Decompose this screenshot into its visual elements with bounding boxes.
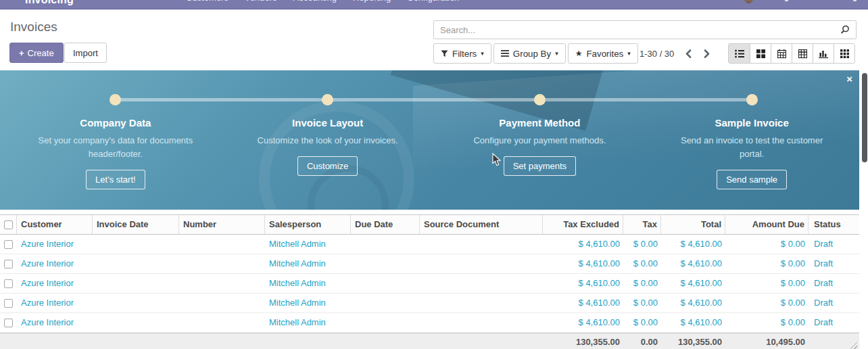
cell-total[interactable]: $ 4,610.00: [661, 235, 725, 254]
cell-amount-due[interactable]: $ 0.00: [725, 235, 809, 254]
cell-due-date[interactable]: [351, 274, 420, 293]
cell-salesperson[interactable]: Mitchell Admin: [265, 294, 351, 312]
create-button[interactable]: + Create: [9, 43, 64, 63]
column-header-total[interactable]: Total: [661, 215, 725, 234]
cell-invoice-date[interactable]: [93, 274, 179, 293]
cell-customer[interactable]: Azure Interior: [17, 274, 93, 293]
cell-source-document[interactable]: [420, 274, 543, 293]
cell-amount-due[interactable]: $ 0.00: [725, 294, 809, 312]
cell-status[interactable]: Draft: [809, 313, 859, 332]
activity-icon[interactable]: [785, 0, 788, 1]
row-checkbox[interactable]: [4, 260, 13, 269]
row-checkbox[interactable]: [4, 319, 13, 327]
search-icon[interactable]: [840, 25, 850, 35]
cell-source-document[interactable]: [420, 294, 543, 312]
column-header-source-document[interactable]: Source Document: [420, 215, 543, 234]
select-all-checkbox[interactable]: [4, 220, 13, 229]
cell-salesperson[interactable]: Mitchell Admin: [265, 235, 351, 254]
cell-salesperson[interactable]: Mitchell Admin: [265, 254, 351, 273]
user-avatar[interactable]: [744, 0, 753, 3]
cell-due-date[interactable]: [351, 235, 420, 254]
table-row[interactable]: Azure Interior Mitchell Admin $ 4,610.00…: [0, 294, 859, 313]
cell-tax-excluded[interactable]: $ 4,610.00: [543, 235, 623, 254]
cell-amount-due[interactable]: $ 0.00: [725, 313, 809, 332]
cell-status[interactable]: Draft: [809, 254, 859, 273]
cell-total[interactable]: $ 4,610.00: [661, 274, 725, 293]
cell-customer[interactable]: Azure Interior: [17, 294, 93, 312]
cell-total[interactable]: $ 4,610.00: [661, 294, 725, 312]
view-switch-kanban-button[interactable]: [750, 44, 771, 63]
menu-item-reporting[interactable]: Reporting: [353, 0, 391, 3]
cell-number[interactable]: [179, 313, 265, 332]
column-header-status[interactable]: Status: [809, 215, 859, 234]
group-by-button[interactable]: Group By ▾: [493, 43, 566, 64]
cell-number[interactable]: [179, 294, 265, 312]
cell-tax[interactable]: $ 0.00: [623, 235, 661, 254]
column-header-amount-due[interactable]: Amount Due: [725, 215, 809, 234]
cell-tax-excluded[interactable]: $ 4,610.00: [543, 313, 623, 332]
view-switch-activity-button[interactable]: [834, 44, 854, 63]
cell-tax[interactable]: $ 0.00: [623, 313, 661, 332]
cell-due-date[interactable]: [351, 294, 420, 312]
cell-customer[interactable]: Azure Interior: [17, 235, 93, 254]
cell-customer[interactable]: Azure Interior: [17, 254, 93, 273]
set-payments-button[interactable]: Set payments: [504, 156, 577, 176]
cell-invoice-date[interactable]: [93, 294, 179, 312]
cell-amount-due[interactable]: $ 0.00: [725, 274, 809, 293]
table-row[interactable]: Azure Interior Mitchell Admin $ 4,610.00…: [0, 274, 859, 294]
cell-invoice-date[interactable]: [93, 235, 179, 254]
cell-source-document[interactable]: [420, 313, 543, 332]
cell-tax-excluded[interactable]: $ 4,610.00: [543, 294, 623, 312]
cell-due-date[interactable]: [351, 313, 420, 332]
cell-source-document[interactable]: [420, 254, 543, 273]
view-switch-pivot-button[interactable]: [792, 44, 813, 63]
column-header-tax[interactable]: Tax: [623, 215, 661, 234]
lets-start-button[interactable]: Let's start!: [86, 170, 145, 189]
favorites-button[interactable]: ★ Favorites ▾: [568, 43, 638, 64]
row-checkbox[interactable]: [4, 240, 13, 249]
menu-item-configuration[interactable]: Configuration: [407, 0, 459, 3]
cell-amount-due[interactable]: $ 0.00: [725, 254, 809, 273]
column-header-customer[interactable]: Customer: [17, 215, 93, 234]
column-header-tax-excluded[interactable]: Tax Excluded: [543, 215, 623, 234]
filters-button[interactable]: Filters ▾: [433, 43, 491, 64]
cell-invoice-date[interactable]: [93, 313, 179, 332]
messages-icon[interactable]: [853, 0, 857, 1]
cell-salesperson[interactable]: Mitchell Admin: [265, 313, 351, 332]
banner-close-icon[interactable]: ×: [846, 74, 852, 84]
table-row[interactable]: Azure Interior Mitchell Admin $ 4,610.00…: [0, 235, 859, 254]
app-brand[interactable]: Invoicing: [25, 0, 74, 6]
cell-status[interactable]: Draft: [809, 274, 859, 293]
cell-tax-excluded[interactable]: $ 4,610.00: [543, 254, 623, 273]
cell-tax[interactable]: $ 0.00: [623, 274, 661, 293]
import-button[interactable]: Import: [64, 43, 107, 63]
cell-number[interactable]: [179, 274, 265, 293]
vertical-scrollbar-thumb[interactable]: [862, 73, 867, 162]
cell-invoice-date[interactable]: [93, 254, 179, 273]
cell-total[interactable]: $ 4,610.00: [661, 254, 725, 273]
menu-item-vendors[interactable]: Vendors: [245, 0, 277, 3]
search-input[interactable]: [434, 25, 840, 35]
cell-tax-excluded[interactable]: $ 4,610.00: [543, 274, 623, 293]
cell-status[interactable]: Draft: [809, 294, 859, 312]
cell-customer[interactable]: Azure Interior: [17, 313, 93, 332]
row-checkbox[interactable]: [4, 299, 13, 308]
table-row[interactable]: Azure Interior Mitchell Admin $ 4,610.00…: [0, 254, 859, 274]
customize-button[interactable]: Customize: [297, 156, 358, 176]
column-header-invoice-date[interactable]: Invoice Date: [93, 215, 179, 234]
column-header-due-date[interactable]: Due Date: [351, 215, 420, 234]
menu-item-accounting[interactable]: Accounting: [293, 0, 337, 3]
view-switch-graph-button[interactable]: [813, 44, 834, 63]
table-row[interactable]: Azure Interior Mitchell Admin $ 4,610.00…: [0, 313, 859, 333]
cell-total[interactable]: $ 4,610.00: [661, 313, 725, 332]
view-switch-calendar-button[interactable]: [771, 44, 792, 63]
cell-tax[interactable]: $ 0.00: [623, 254, 661, 273]
cell-source-document[interactable]: [420, 235, 543, 254]
cell-status[interactable]: Draft: [809, 235, 859, 254]
send-sample-button[interactable]: Send sample: [717, 170, 787, 189]
column-header-number[interactable]: Number: [179, 215, 265, 234]
column-header-salesperson[interactable]: Salesperson: [265, 215, 351, 234]
menu-item-customers[interactable]: Customers: [186, 0, 228, 3]
cell-due-date[interactable]: [351, 254, 420, 273]
cell-number[interactable]: [179, 235, 265, 254]
